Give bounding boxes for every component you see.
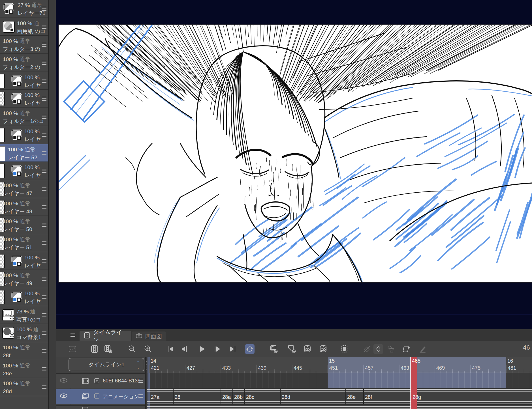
layer-row[interactable]: 100 % レイヤ: [0, 252, 48, 270]
layer-menu-icon[interactable]: [42, 187, 46, 191]
new-anim-folder-button[interactable]: [269, 344, 278, 354]
layer-thumbnail[interactable]: [0, 128, 5, 142]
timeline-frames-area[interactable]: 1415164214274334394454514574634694754814…: [147, 357, 532, 409]
layer-row[interactable]: 100 % 通常レイヤー 49: [0, 270, 48, 288]
layer-menu-icon[interactable]: [42, 205, 46, 209]
layer-row[interactable]: 100 % 通常フォルダー3 の: [0, 36, 48, 54]
layer-row[interactable]: 100 % 通常レイヤー 48: [0, 198, 48, 216]
timeline-selector[interactable]: タイムライン1 ⌃⌄: [69, 358, 144, 371]
cel-edit-button[interactable]: [401, 344, 411, 354]
expand-button[interactable]: [94, 393, 99, 400]
layer-menu-icon[interactable]: [42, 133, 46, 137]
tab-timeline[interactable]: タイムライン: [80, 331, 131, 341]
cel-label[interactable]: 28g: [413, 394, 421, 400]
link-cels-button[interactable]: [303, 344, 312, 354]
layer-row[interactable]: 27 % 通常レイヤー71: [0, 0, 48, 18]
layer-thumbnail[interactable]: [0, 74, 5, 88]
layer-thumbnail[interactable]: [0, 147, 5, 161]
layer-row[interactable]: 100 % レイヤ: [0, 288, 48, 306]
skip-start-button[interactable]: [166, 344, 175, 354]
layer-menu-icon[interactable]: [42, 367, 46, 371]
cel-label[interactable]: 28b: [234, 394, 243, 400]
layer-menu-icon[interactable]: [42, 313, 46, 317]
track-menu-icon[interactable]: [138, 379, 143, 383]
zoom-out-button[interactable]: [127, 344, 137, 354]
layer-menu-icon[interactable]: [42, 169, 46, 173]
layer-menu-icon[interactable]: [42, 241, 46, 245]
expand-button[interactable]: [94, 378, 99, 384]
unlink-cels-button[interactable]: [319, 344, 328, 354]
layer-row[interactable]: 100 % 通常フォルダー1のコ: [0, 108, 48, 126]
layer-menu-icon[interactable]: [42, 223, 46, 227]
layer-row[interactable]: 100 % レイヤ: [0, 72, 48, 90]
cel-updown-button[interactable]: [373, 344, 383, 354]
layer-menu-icon[interactable]: [42, 25, 46, 29]
cel-label[interactable]: 28a: [222, 394, 231, 400]
playhead[interactable]: [411, 357, 417, 409]
layer-row[interactable]: 100 % 通常レイヤー 52: [0, 144, 48, 162]
play-button[interactable]: [197, 344, 207, 354]
layer-thumbnail[interactable]: [0, 164, 5, 178]
layer-menu-icon[interactable]: [42, 115, 46, 119]
track-row-partial[interactable]: [56, 405, 145, 409]
new-anim-cel-button[interactable]: [287, 344, 296, 354]
layer-row[interactable]: 100 % 通画用紙 のコ: [0, 18, 48, 36]
layer-menu-icon[interactable]: [42, 331, 46, 335]
track-row-animation-folder[interactable]: アニメーションフ: [56, 389, 145, 404]
layer-menu-icon[interactable]: [42, 277, 46, 281]
track-menu-icon[interactable]: [138, 394, 143, 398]
layer-thumbnail[interactable]: [0, 92, 5, 106]
canvas-document[interactable]: [59, 25, 532, 282]
cel-settings-button[interactable]: [340, 344, 350, 354]
panel-menu-icon[interactable]: [70, 333, 75, 337]
layer-row[interactable]: 100 % 通常レイヤー 50: [0, 216, 48, 234]
visibility-toggle[interactable]: [60, 393, 68, 399]
cel-label[interactable]: 27a: [151, 394, 160, 400]
layer-row[interactable]: 100 % 通常28e: [0, 360, 48, 378]
layer-row[interactable]: 100 % 通常レイヤー 47: [0, 180, 48, 198]
next-frame-button[interactable]: [213, 344, 222, 354]
layer-row[interactable]: 100 % レイヤ: [0, 126, 48, 144]
canvas-viewport[interactable]: [56, 0, 532, 329]
cel-label[interactable]: 28d: [282, 394, 290, 400]
timeline-mode-button[interactable]: [90, 344, 99, 354]
zoom-in-button[interactable]: [143, 344, 153, 354]
cel-label[interactable]: 28e: [347, 394, 356, 400]
skip-end-button[interactable]: [228, 344, 238, 354]
layer-menu-icon[interactable]: [42, 7, 46, 11]
layer-row[interactable]: 100 % レイヤ: [0, 90, 48, 108]
cel-label[interactable]: 28: [175, 394, 180, 400]
cel-label[interactable]: 28f: [365, 394, 372, 400]
cel-label[interactable]: 28c: [246, 394, 254, 400]
track-row-video[interactable]: 60EF6B44-B139: [56, 373, 145, 388]
draw-tool-button[interactable]: [418, 344, 427, 354]
layer-row[interactable]: 100 % 通常28f: [0, 342, 48, 360]
layer-menu-icon[interactable]: [42, 61, 46, 65]
layer-menu-icon[interactable]: [42, 151, 46, 155]
layer-thumbnail[interactable]: [0, 255, 5, 268]
layer-row[interactable]: 100 % 通常フォルダー2 の: [0, 54, 48, 72]
layer-row[interactable]: 100 % 通コマ背景1: [0, 324, 48, 342]
layer-row[interactable]: 73 % 通写真1のコ: [0, 306, 48, 324]
layer-menu-icon[interactable]: [42, 349, 46, 353]
loop-play-button[interactable]: [245, 344, 255, 354]
chevron-updown-icon[interactable]: ⌃⌄: [137, 360, 140, 370]
layer-row[interactable]: 100 % 通常28d: [0, 378, 48, 396]
tab-quadview[interactable]: 四面図: [132, 331, 166, 341]
layer-menu-icon[interactable]: [42, 259, 46, 263]
layer-menu-icon[interactable]: [42, 43, 46, 47]
curve-editor-button[interactable]: [68, 344, 77, 354]
layer-menu-icon[interactable]: [42, 295, 46, 299]
layer-row[interactable]: 100 % レイヤ: [0, 162, 48, 180]
new-timeline-button[interactable]: [103, 344, 113, 354]
panel-splitter[interactable]: [48, 0, 56, 409]
layer-thumbnail[interactable]: [0, 290, 5, 304]
onion-delete-button[interactable]: [386, 344, 396, 354]
onion-skin-button[interactable]: [362, 344, 372, 354]
layer-row[interactable]: 100 % 通常レイヤー 51: [0, 234, 48, 252]
layer-menu-icon[interactable]: [42, 79, 46, 83]
visibility-toggle[interactable]: [60, 378, 68, 384]
layer-menu-icon[interactable]: [42, 385, 46, 389]
layer-menu-icon[interactable]: [42, 97, 46, 101]
prev-frame-button[interactable]: [179, 344, 189, 354]
